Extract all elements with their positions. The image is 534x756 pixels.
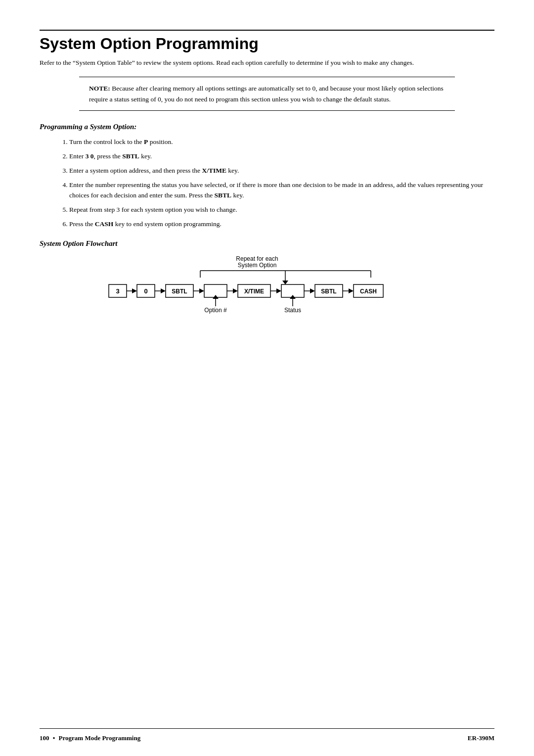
flowchart-svg: Repeat for each System Option 3 0 (94, 254, 440, 333)
step-3-key: X/TIME (202, 167, 226, 174)
intro-text: Refer to the “System Option Table” to re… (40, 58, 494, 68)
arrow-sbtl2-cash-head (349, 288, 354, 293)
flowchart-wrapper: Repeat for each System Option 3 0 (40, 254, 494, 333)
repeat-label-line1: Repeat for each (236, 255, 278, 262)
arrow-xtime-status-head (276, 288, 281, 293)
box-0-label: 0 (144, 287, 147, 295)
arrow-sbtl-opt-head (199, 288, 204, 293)
flowchart-section: System Option Flowchart Repeat for each … (40, 239, 494, 333)
step-4-key: SBTL (215, 191, 232, 199)
top-rule (40, 30, 494, 31)
step-2: Enter 3 0, press the SBTL key. (69, 151, 494, 162)
step-4: Enter the number representing the status… (69, 180, 494, 201)
step-1-key: P (144, 138, 148, 145)
bracket-arrow-head (282, 281, 288, 284)
steps-list: Turn the control lock to the P position.… (69, 137, 494, 229)
step-6: Press the CASH key to end system option … (69, 219, 494, 230)
box-3-label: 3 (116, 287, 119, 295)
box-sbtl2-label: SBTL (321, 288, 336, 295)
arrow-opt-xtime-head (233, 288, 238, 293)
flowchart-title: System Option Flowchart (40, 239, 494, 248)
footer-right: ER-390M (468, 734, 494, 742)
status-label: Status (284, 307, 301, 314)
footer-page-num: 100 (40, 734, 49, 742)
arrow-status-sbtl2-head (310, 288, 315, 293)
programming-section-title: Programming a System Option: (40, 123, 494, 131)
footer-center: Program Mode Programming (59, 734, 141, 742)
footer: 100 Program Mode Programming ER-390M (40, 734, 494, 742)
step-1: Turn the control lock to the P position. (69, 137, 494, 147)
page-title: System Option Programming (40, 35, 494, 53)
arrow-0-sbtl-head (161, 288, 166, 293)
step-3: Enter a system option address, and then … (69, 166, 494, 176)
repeat-label-line2: System Option (238, 262, 277, 269)
step-2-key1: 3 0 (86, 152, 94, 160)
box-sbtl1-label: SBTL (172, 288, 187, 295)
note-text: Because after clearing memory all option… (89, 85, 444, 103)
box-xtime-label: X/TIME (244, 288, 264, 295)
box-cash-label: CASH (360, 288, 377, 295)
step-5: Repeat from step 3 for each system optio… (69, 205, 494, 215)
step-6-key: CASH (95, 220, 114, 228)
option-label: Option # (204, 307, 227, 314)
note-label: NOTE: (89, 85, 110, 92)
note-box: NOTE: Because after clearing memory all … (79, 77, 455, 111)
footer-left: 100 Program Mode Programming (40, 734, 140, 742)
footer-bullet (51, 734, 57, 742)
footer-rule (40, 728, 494, 729)
step-2-key2: SBTL (122, 152, 139, 160)
arrow-3-0-head (132, 288, 137, 293)
